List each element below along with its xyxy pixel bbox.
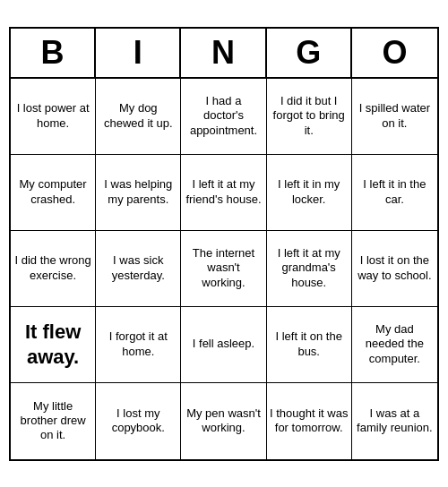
bingo-letter-g: G	[267, 29, 352, 77]
bingo-cell-0: I lost power at home.	[11, 79, 96, 155]
bingo-cell-4: I spilled water on it.	[352, 79, 437, 155]
bingo-letter-b: B	[11, 29, 96, 77]
bingo-cell-21: I lost my copybook.	[96, 383, 181, 459]
bingo-cell-3: I did it but I forgot to bring it.	[267, 79, 352, 155]
bingo-grid: I lost power at home.My dog chewed it up…	[11, 79, 437, 459]
bingo-letter-n: N	[181, 29, 266, 77]
bingo-card: BINGO I lost power at home.My dog chewed…	[9, 27, 439, 461]
bingo-cell-15: It flew away.	[11, 307, 96, 383]
bingo-cell-17: I fell asleep.	[181, 307, 266, 383]
bingo-cell-11: I was sick yesterday.	[96, 231, 181, 307]
bingo-cell-13: I left it at my grandma's house.	[267, 231, 352, 307]
bingo-letter-i: I	[96, 29, 181, 77]
bingo-cell-9: I left it in the car.	[352, 155, 437, 231]
bingo-cell-18: I left it on the bus.	[267, 307, 352, 383]
bingo-cell-6: I was helping my parents.	[96, 155, 181, 231]
bingo-cell-8: I left it in my locker.	[267, 155, 352, 231]
bingo-cell-5: My computer crashed.	[11, 155, 96, 231]
bingo-header: BINGO	[11, 29, 437, 79]
bingo-cell-12: The internet wasn't working.	[181, 231, 266, 307]
bingo-cell-10: I did the wrong exercise.	[11, 231, 96, 307]
bingo-cell-22: My pen wasn't working.	[181, 383, 266, 459]
bingo-cell-20: My little brother drew on it.	[11, 383, 96, 459]
bingo-letter-o: O	[352, 29, 437, 77]
bingo-cell-16: I forgot it at home.	[96, 307, 181, 383]
bingo-cell-1: My dog chewed it up.	[96, 79, 181, 155]
bingo-cell-7: I left it at my friend's house.	[181, 155, 266, 231]
bingo-cell-24: I was at a family reunion.	[352, 383, 437, 459]
bingo-cell-2: I had a doctor's appointment.	[181, 79, 266, 155]
bingo-cell-14: I lost it on the way to school.	[352, 231, 437, 307]
bingo-cell-23: I thought it was for tomorrow.	[267, 383, 352, 459]
bingo-cell-19: My dad needed the computer.	[352, 307, 437, 383]
